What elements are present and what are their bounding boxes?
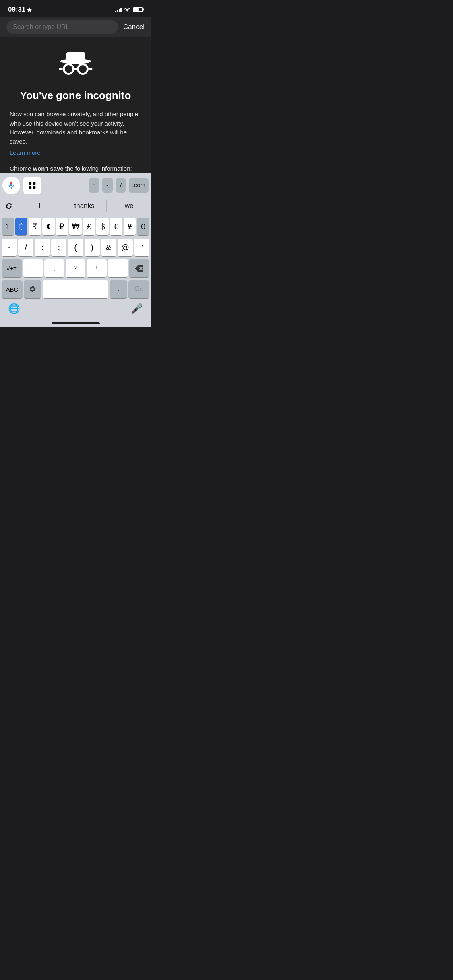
- key-cent[interactable]: ¢: [42, 218, 55, 235]
- key-period-bottom[interactable]: .: [110, 280, 127, 298]
- mic-button[interactable]: [2, 177, 20, 194]
- learn-more-link[interactable]: Learn more: [10, 149, 141, 156]
- key-semicolon[interactable]: ;: [51, 239, 66, 256]
- wont-save-text: Chrome won't save the following informat…: [10, 164, 141, 173]
- svg-rect-7: [59, 68, 63, 70]
- url-bar: Cancel: [0, 17, 151, 37]
- google-logo: G: [0, 197, 18, 215]
- key-closeparen[interactable]: ): [85, 239, 100, 256]
- currency-row: 1 ₿ ₹ ¢ ₽ ₩ £ $ € ¥ 0: [0, 216, 151, 237]
- svg-rect-11: [29, 186, 31, 189]
- dotcom-key[interactable]: .com: [129, 178, 149, 193]
- svg-rect-10: [33, 182, 35, 185]
- grid-button[interactable]: [23, 177, 41, 194]
- status-bar: 09:31: [0, 0, 151, 17]
- key-gear[interactable]: [24, 280, 41, 298]
- symbol-row: - / : ; ( ) & @ ": [0, 237, 151, 258]
- prediction-2[interactable]: thanks: [62, 200, 107, 212]
- slash-key[interactable]: /: [116, 178, 126, 193]
- prediction-1[interactable]: I: [18, 200, 62, 212]
- key-bitcoin[interactable]: ₿: [15, 218, 28, 235]
- delete-icon: [134, 265, 144, 272]
- go-key[interactable]: Go: [128, 280, 149, 298]
- location-icon: [27, 7, 32, 12]
- wifi-icon: [124, 7, 130, 12]
- prediction-3[interactable]: we: [107, 200, 151, 212]
- incognito-logo: [56, 49, 96, 81]
- signal-icon: [115, 7, 122, 12]
- key-pound[interactable]: £: [83, 218, 95, 235]
- key-ruble[interactable]: ₽: [56, 218, 68, 235]
- colon-key[interactable]: :: [89, 178, 99, 193]
- incognito-content: You've gone incognito Now you can browse…: [0, 37, 151, 181]
- wont-save-suffix: the following information:: [64, 165, 132, 172]
- svg-rect-8: [89, 68, 93, 70]
- dash-key[interactable]: -: [102, 178, 113, 193]
- svg-rect-12: [33, 186, 35, 189]
- key-won[interactable]: ₩: [69, 218, 82, 235]
- predictions-bar: G I thanks we: [0, 196, 151, 216]
- time-label: 09:31: [8, 6, 25, 14]
- svg-rect-1: [66, 52, 85, 62]
- key-euro[interactable]: €: [110, 218, 122, 235]
- key-hashtag-switch[interactable]: #+=: [2, 259, 22, 277]
- microphone-icon: [7, 181, 16, 190]
- key-apostrophe[interactable]: ': [108, 259, 128, 277]
- url-shortcut-keys: : - / .com: [41, 178, 149, 193]
- key-minus[interactable]: -: [2, 239, 17, 256]
- url-input[interactable]: [6, 20, 118, 34]
- gear-icon: [29, 285, 37, 293]
- key-question[interactable]: ?: [66, 259, 86, 277]
- grid-icon: [28, 181, 37, 190]
- globe-icon[interactable]: 🌐: [8, 303, 20, 314]
- svg-point-3: [64, 65, 72, 73]
- space-key[interactable]: [43, 280, 108, 298]
- battery-icon: [133, 7, 143, 12]
- status-time: 09:31: [8, 6, 32, 14]
- key-0[interactable]: 0: [137, 218, 149, 235]
- key-slash[interactable]: /: [18, 239, 33, 256]
- key-dollar[interactable]: $: [96, 218, 109, 235]
- wont-save-prefix: Chrome: [10, 165, 33, 172]
- svg-point-5: [79, 65, 87, 73]
- wont-save-bold: won't save: [33, 165, 64, 172]
- status-icons: [115, 7, 143, 12]
- key-exclamation[interactable]: !: [87, 259, 107, 277]
- key-period[interactable]: .: [23, 259, 43, 277]
- cancel-button[interactable]: Cancel: [123, 23, 145, 31]
- punctuation-row: #+= . , ? ! ': [0, 258, 151, 279]
- key-quote[interactable]: ": [134, 239, 149, 256]
- key-rupee[interactable]: ₹: [29, 218, 41, 235]
- prediction-words: I thanks we: [18, 200, 151, 212]
- key-abc[interactable]: ABC: [2, 280, 23, 298]
- svg-rect-6: [74, 68, 77, 70]
- keyboard: : - / .com G I thanks we 1 ₿ ₹ ¢ ₽ ₩ £ $…: [0, 173, 151, 327]
- key-colon[interactable]: :: [35, 239, 50, 256]
- bottom-row: ABC . Go: [0, 279, 151, 300]
- keyboard-toolbar: : - / .com: [0, 173, 151, 196]
- very-bottom-row: 🌐 🎤: [0, 300, 151, 322]
- key-1[interactable]: 1: [2, 218, 14, 235]
- svg-rect-9: [29, 182, 31, 185]
- key-openparen[interactable]: (: [68, 239, 83, 256]
- key-ampersand[interactable]: &: [101, 239, 116, 256]
- delete-key[interactable]: [129, 259, 149, 277]
- key-yen[interactable]: ¥: [124, 218, 136, 235]
- dictation-icon[interactable]: 🎤: [131, 303, 143, 314]
- home-indicator: [52, 322, 100, 324]
- incognito-title: You've gone incognito: [10, 89, 141, 102]
- key-at[interactable]: @: [118, 239, 133, 256]
- key-comma[interactable]: ,: [44, 259, 64, 277]
- incognito-icon: [10, 49, 141, 81]
- incognito-description: Now you can browse privately, and other …: [10, 110, 141, 146]
